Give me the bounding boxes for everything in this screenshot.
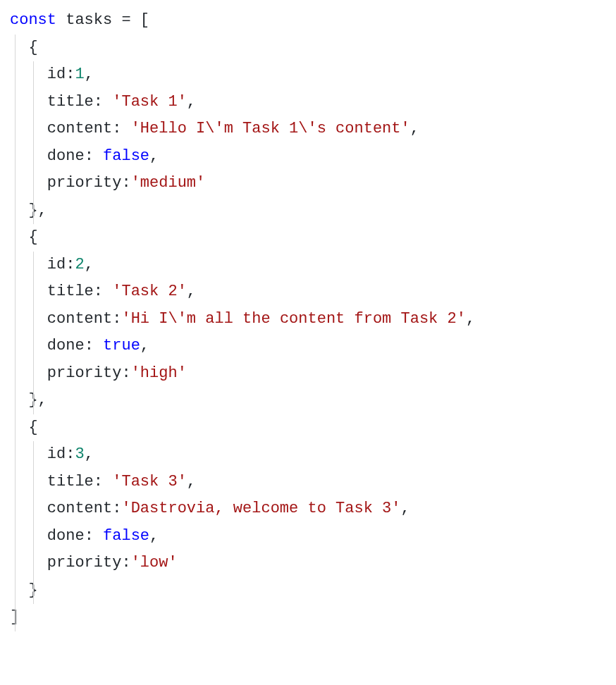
prop-id: id	[47, 256, 66, 273]
punct-colon: :	[121, 364, 130, 382]
prop-id: id	[47, 66, 66, 83]
keyword-const: const	[10, 11, 56, 29]
punct-comma: ,	[38, 202, 47, 219]
string-escape: \'	[168, 310, 186, 328]
punct-comma: ,	[187, 283, 196, 300]
punct-colon: :	[66, 256, 75, 273]
prop-title: title	[47, 473, 94, 490]
number-literal: 2	[75, 256, 84, 273]
string-literal: 'Hi I	[121, 310, 168, 328]
string-literal: s content'	[317, 120, 410, 137]
prop-done: done	[47, 147, 85, 165]
punct-colon: :	[121, 174, 130, 192]
punct-open-brace: {	[28, 39, 37, 56]
prop-done: done	[47, 527, 85, 545]
string-literal: 'high'	[131, 364, 187, 382]
punct-open-brace: {	[28, 228, 37, 246]
punct-comma: ,	[149, 527, 159, 545]
indent-guide	[33, 441, 34, 604]
punct-comma: ,	[401, 500, 410, 517]
string-escape: \'	[205, 120, 223, 137]
string-literal: 'medium'	[131, 174, 206, 192]
string-literal: m all the content from Task 2'	[187, 310, 466, 328]
string-literal: 'Task 2'	[112, 283, 187, 300]
identifier-tasks: tasks	[66, 11, 112, 29]
punct-open-bracket: [	[140, 11, 149, 29]
punct-comma: ,	[149, 147, 159, 165]
punct-colon: :	[94, 283, 112, 300]
prop-content: content	[47, 500, 112, 517]
string-literal: m Task 1	[224, 120, 299, 137]
boolean-literal: true	[103, 337, 140, 354]
punct-comma: ,	[38, 391, 47, 409]
punct-colon: :	[112, 500, 121, 517]
prop-content: content	[47, 120, 112, 137]
boolean-literal: false	[103, 147, 149, 165]
punct-colon: :	[94, 473, 112, 490]
punct-comma: ,	[85, 445, 94, 463]
prop-content: content	[47, 310, 112, 328]
punct-open-brace: {	[28, 419, 37, 436]
number-literal: 3	[75, 445, 84, 463]
punct-colon: :	[94, 93, 112, 111]
punct-comma: ,	[85, 256, 94, 273]
punct-colon: :	[112, 310, 121, 328]
prop-done: done	[47, 337, 85, 354]
code-block: const tasks = [ { id:1, title: 'Task 1',…	[0, 0, 616, 638]
punct-colon: :	[66, 66, 75, 83]
string-literal: 'low'	[131, 554, 178, 572]
punct-comma: ,	[187, 473, 196, 490]
indent-guide	[15, 35, 16, 631]
string-literal: 'Task 3'	[112, 473, 187, 490]
string-literal: 'Hello I	[131, 120, 206, 137]
punct-comma: ,	[85, 66, 94, 83]
prop-id: id	[47, 445, 66, 463]
punct-colon: :	[66, 445, 75, 463]
string-literal: 'Dastrovia, welcome to Task 3'	[121, 500, 400, 517]
string-literal: 'Task 1'	[112, 93, 187, 111]
number-literal: 1	[75, 66, 84, 83]
punct-colon: :	[85, 527, 103, 545]
punct-comma: ,	[187, 93, 196, 111]
prop-priority: priority	[47, 174, 122, 192]
boolean-literal: false	[103, 527, 149, 545]
punct-comma: ,	[466, 310, 475, 328]
indent-guide	[33, 252, 34, 414]
prop-title: title	[47, 283, 94, 300]
prop-title: title	[47, 93, 94, 111]
punct-colon: :	[85, 147, 103, 165]
prop-priority: priority	[47, 554, 122, 572]
punct-comma: ,	[140, 337, 149, 354]
prop-priority: priority	[47, 364, 122, 382]
punct-comma: ,	[410, 120, 419, 137]
punct-colon: :	[112, 120, 130, 137]
punct-colon: :	[121, 554, 130, 572]
string-escape: \'	[298, 120, 316, 137]
punct-eq: =	[112, 11, 140, 29]
indent-guide	[33, 61, 34, 224]
punct-colon: :	[85, 337, 103, 354]
